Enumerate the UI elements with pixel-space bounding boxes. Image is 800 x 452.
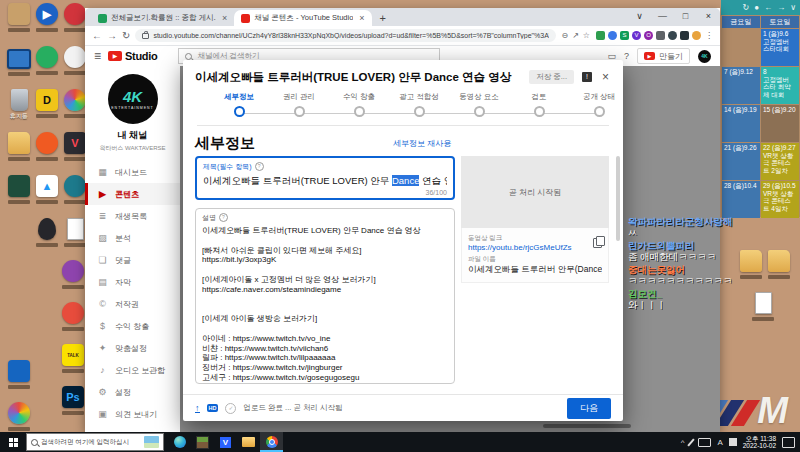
title-field[interactable]: 제목(필수 항목) 이세계오빠들 트루러버(TRUE LOVER) 안무 Dan… — [195, 156, 455, 200]
sidebar-item[interactable]: ▣의견 보내기 — [85, 403, 180, 425]
v-app-taskbar-icon[interactable]: V — [214, 432, 237, 452]
sidebar-item[interactable]: ▤자막 — [85, 271, 180, 293]
youtube-play-icon — [108, 51, 122, 61]
title-field-value[interactable]: 이세계오빠들 트루러버(TRUE LOVER) 안무 Dance 연습 영상 — [203, 175, 447, 186]
bookmark-star-icon[interactable]: ☆ — [583, 31, 590, 40]
desktop-icon-label — [64, 157, 86, 161]
folder-icon[interactable] — [762, 250, 796, 279]
sidebar-item[interactable]: ▶콘텐츠 — [85, 183, 180, 205]
tab-search-icon[interactable]: ∨ — [628, 8, 651, 26]
extension-green[interactable] — [596, 31, 605, 40]
share-icon[interactable]: ↗ — [572, 31, 579, 40]
calendar-sync-icon[interactable]: ↻ — [743, 3, 750, 12]
sidebar-item[interactable]: ©저작권 — [85, 293, 180, 315]
account-avatar[interactable]: 4K — [698, 50, 711, 63]
feedback-icon[interactable] — [582, 72, 592, 82]
calendar-cell[interactable]: 22 (음)9.27VR챗 상황극 콘테스트 2일차 — [761, 143, 799, 180]
hamburger-menu-icon[interactable]: ≡ — [94, 49, 101, 63]
sidebar-item[interactable]: ≣재생목록 — [85, 205, 180, 227]
taskbar-clock[interactable]: 오후 11:38 2022-10-02 — [743, 435, 776, 450]
menu-dots-icon[interactable]: ⋮ — [705, 31, 713, 40]
video-link[interactable]: https://youtu.be/rjcGsMeUfZs — [468, 243, 602, 252]
sidebar-item[interactable]: ⚙설정 — [85, 381, 180, 403]
sidebar-item[interactable]: $수익 창출 — [85, 315, 180, 337]
extension-gray[interactable] — [656, 31, 665, 40]
new-tab-button[interactable]: + — [372, 10, 394, 26]
browser-tab[interactable]: 전체글보기.확률원 :: 종합 게시...× — [91, 10, 234, 26]
calendar-cell[interactable] — [722, 29, 760, 66]
back-icon[interactable]: ← — [92, 31, 102, 41]
pen-icon[interactable] — [688, 438, 695, 446]
browser-profile-avatar[interactable] — [692, 31, 701, 40]
extension-s[interactable]: S — [620, 31, 629, 40]
chat-text: 와ㅣㅣㅣ — [628, 299, 760, 310]
edge-taskbar-icon[interactable] — [168, 432, 191, 452]
sidebar-item[interactable]: ❏댓글 — [85, 249, 180, 271]
sidebar-item[interactable]: ▦대시보드 — [85, 161, 180, 183]
browser-tab[interactable]: 채널 콘텐츠 - YouTube Studio× — [234, 10, 371, 26]
taskbar-search[interactable]: 검색하려면 여기에 입력하십시 — [26, 433, 164, 451]
sidebar-item-icon: $ — [97, 321, 108, 331]
channel-avatar[interactable]: 4K ENTERTAINMENT — [108, 74, 158, 124]
tab-close-icon[interactable]: × — [359, 13, 364, 23]
description-field[interactable]: 설명 이세계오빠들 트루러버(TRUE LOVER) 안무 Dance 연습 영… — [195, 208, 455, 384]
copy-icon[interactable] — [593, 238, 602, 248]
reuse-details-link[interactable]: 세부정보 재사용 — [393, 138, 451, 149]
description-text[interactable]: 이세계오빠들 트루러버(TRUE LOVER) 안무 Dance 연습 영상 [… — [202, 226, 448, 383]
address-bar[interactable]: studio.youtube.com/channel/UCzh4yY8rl38k… — [135, 29, 556, 42]
calendar-cell[interactable]: 29 (음)10.5VR챗 상황극 콘테스트 4일차 — [761, 181, 799, 218]
calendar-cell[interactable]: 21 (음)9.26 — [722, 143, 760, 180]
calendar-cell[interactable]: 8고정멤버 스타 최약체 대회 — [761, 67, 799, 104]
studio-sidebar: 4K ENTERTAINMENT 내 채널 왁타버스 WAKTAVERSE ▦대… — [85, 66, 180, 433]
calendar-cell[interactable]: 28 (음)10.4 — [722, 181, 760, 218]
start-button[interactable] — [0, 432, 26, 452]
extension-blue[interactable] — [608, 31, 617, 40]
sidebar-menu: ▦대시보드▶콘텐츠≣재생목록▨분석❏댓글▤자막©저작권$수익 창출✦맞춤설정♪오… — [85, 161, 180, 425]
calendar-user-icon[interactable]: ● — [754, 3, 759, 12]
tab-close-icon[interactable]: × — [222, 13, 227, 23]
dialog-scrollbar[interactable] — [616, 156, 620, 241]
url-text[interactable]: studio.youtube.com/channel/UCzh4yY8rl38k… — [153, 32, 549, 39]
keyboard-icon[interactable] — [698, 438, 711, 447]
page-scrollbar[interactable] — [543, 424, 631, 428]
ime-language-indicator[interactable]: A — [717, 438, 722, 447]
action-center-icon[interactable] — [782, 437, 795, 448]
extension-v[interactable]: V — [632, 31, 641, 40]
tray-expand-icon[interactable]: ^ — [681, 438, 685, 447]
zoom-icon[interactable]: ⊖ — [561, 31, 568, 40]
extension-o[interactable]: O — [644, 31, 653, 40]
explorer-taskbar-icon[interactable] — [237, 432, 260, 452]
extension-dark[interactable] — [680, 31, 689, 40]
dialog-step[interactable]: 공개 상태 — [564, 92, 634, 117]
maximize-button[interactable]: □ — [674, 8, 697, 26]
forward-icon[interactable]: → — [107, 31, 117, 41]
chrome-taskbar-icon[interactable] — [260, 432, 283, 452]
calendar-cell[interactable]: 1 (음)9.6고정멤버 스타대회 — [761, 29, 799, 66]
calendar-prev-icon[interactable]: ← — [764, 3, 772, 12]
reload-icon[interactable]: ↻ — [122, 31, 130, 41]
calendar-dropdown-icon[interactable]: ∨ — [790, 3, 796, 12]
sidebar-item[interactable]: ✦맞춤설정 — [85, 337, 180, 359]
calendar-window[interactable]: ↻ ● ← → ∨ 금요일토요일 7 (음)9.1214 (음)9.1921 (… — [721, 0, 800, 217]
minecraft-taskbar-icon[interactable] — [191, 432, 214, 452]
calendar-cell[interactable]: 14 (음)9.19 — [722, 105, 760, 142]
sidebar-item[interactable]: ▨분석 — [85, 227, 180, 249]
studio-logo[interactable]: Studio — [108, 50, 157, 62]
create-button[interactable]: 만들기 — [637, 48, 690, 64]
calendar-cell-date: 29 (음)10.5 — [763, 182, 797, 190]
calendar-cell[interactable]: 7 (음)9.12 — [722, 67, 760, 104]
calendar-column: 1 (음)9.6고정멤버 스타대회8고정멤버 스타 최약체 대회15 (음)9.… — [761, 29, 799, 218]
weather-thumbnail[interactable] — [144, 436, 159, 448]
ime-mode-icon[interactable] — [729, 438, 737, 446]
calendar-cell[interactable]: 15 (음)9.20 — [761, 105, 799, 142]
extension-pin[interactable] — [668, 31, 677, 40]
blue-app-icon[interactable] — [2, 360, 36, 389]
next-button[interactable]: 다음 — [567, 398, 611, 419]
calendar-next-icon[interactable]: → — [777, 3, 785, 12]
sidebar-item[interactable]: ♪오디오 보관함 — [85, 359, 180, 381]
help-icon[interactable]: ? — [624, 51, 629, 61]
close-button[interactable]: × — [697, 8, 720, 26]
minimize-button[interactable]: — — [651, 8, 674, 26]
photos-app-icon[interactable] — [2, 402, 36, 431]
dialog-close-icon[interactable]: × — [600, 70, 611, 84]
